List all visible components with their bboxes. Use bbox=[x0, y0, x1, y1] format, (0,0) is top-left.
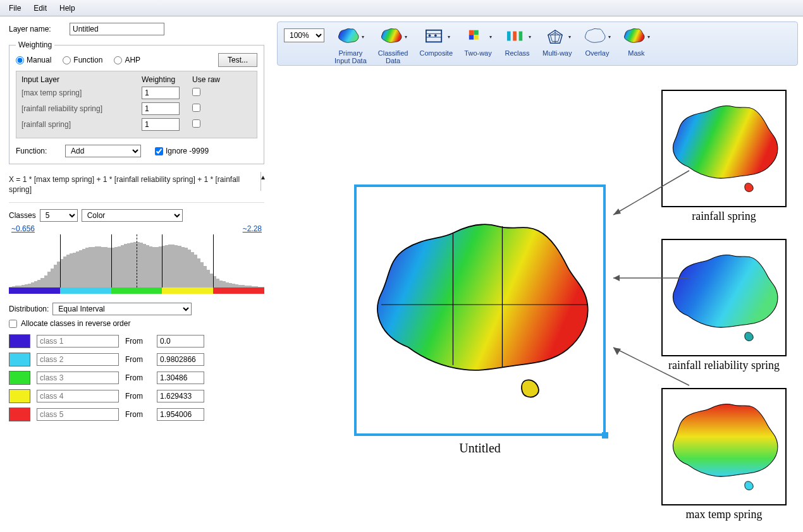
toolbar-mask[interactable]: ▾Mask bbox=[622, 26, 650, 57]
resize-handle-icon[interactable] bbox=[602, 432, 608, 438]
scroll-arrow-icon[interactable]: ▴ bbox=[261, 172, 267, 191]
svg-marker-22 bbox=[613, 275, 620, 281]
colorbar bbox=[9, 287, 264, 294]
hdr-weighting: Weighting bbox=[142, 75, 192, 84]
dropdown-arrow-icon: ▾ bbox=[362, 34, 364, 40]
dropdown-arrow-icon: ▾ bbox=[405, 34, 407, 40]
toolbar-icon bbox=[543, 28, 567, 45]
weight-input[interactable] bbox=[142, 102, 180, 115]
radio-manual[interactable]: Manual bbox=[16, 56, 51, 64]
layer-row: [rainfall spring] bbox=[21, 118, 252, 131]
layer-name-cell: [rainfall spring] bbox=[21, 120, 142, 129]
toolbar-icon bbox=[622, 28, 646, 45]
toolbar-icon bbox=[379, 28, 403, 45]
svg-rect-10 bbox=[513, 32, 517, 41]
layer-name-input[interactable] bbox=[70, 23, 164, 35]
classes-count-select[interactable]: 5 bbox=[40, 209, 78, 222]
class-from-input[interactable] bbox=[157, 372, 204, 384]
histogram[interactable] bbox=[9, 234, 264, 300]
svg-line-19 bbox=[613, 171, 689, 215]
class-name-input[interactable] bbox=[37, 372, 119, 384]
input-layer-table: Input Layer Weighting Use raw [max temp … bbox=[16, 71, 257, 138]
map-canvas[interactable]: Untitled rainfall spring rainfall reliab… bbox=[272, 70, 803, 532]
use-raw-checkbox[interactable] bbox=[192, 88, 200, 96]
svg-rect-9 bbox=[507, 32, 511, 41]
thumb-label: max temp spring bbox=[645, 508, 803, 521]
svg-marker-24 bbox=[613, 348, 621, 355]
toolbar-icon bbox=[583, 28, 607, 45]
svg-rect-0 bbox=[426, 30, 441, 42]
weight-input[interactable] bbox=[142, 118, 180, 131]
australia-map-icon bbox=[357, 187, 603, 433]
class-name-input[interactable] bbox=[37, 353, 119, 366]
weighting-legend: Weighting bbox=[16, 40, 54, 49]
class-from-input[interactable] bbox=[157, 335, 204, 348]
toolbar-classified[interactable]: ▾ClassifiedData bbox=[378, 26, 408, 64]
toolbar-primary[interactable]: ▾PrimaryInput Data bbox=[334, 26, 367, 64]
menu-help[interactable]: Help bbox=[54, 2, 80, 15]
zoom-select[interactable]: 100% bbox=[284, 28, 324, 42]
class-row: From bbox=[9, 408, 264, 421]
from-label: From bbox=[125, 410, 150, 419]
class-from-input[interactable] bbox=[157, 408, 204, 421]
layer-name-cell: [rainfall reliability spring] bbox=[21, 104, 142, 113]
class-row: From bbox=[9, 334, 264, 348]
classes-label: Classes bbox=[9, 211, 36, 220]
use-raw-checkbox[interactable] bbox=[192, 104, 200, 112]
toolbar-icon bbox=[336, 28, 360, 45]
toolbar-caption: ClassifiedData bbox=[378, 49, 408, 64]
layer-row: [rainfall reliability spring] bbox=[21, 102, 252, 115]
class-color-swatch[interactable] bbox=[9, 353, 30, 366]
from-label: From bbox=[125, 373, 150, 382]
reverse-order-checkbox[interactable]: Allocate classes in reverse order bbox=[9, 319, 264, 328]
radio-function[interactable]: Function bbox=[63, 56, 102, 64]
weight-input[interactable] bbox=[142, 87, 180, 99]
arrow-icon bbox=[607, 303, 677, 305]
layer-row: [max temp spring] bbox=[21, 87, 252, 99]
dropdown-arrow-icon: ▾ bbox=[489, 34, 492, 40]
distribution-select[interactable]: Equal Interval bbox=[52, 303, 192, 315]
hdr-use-raw: Use raw bbox=[192, 75, 236, 84]
toolbar-overlay[interactable]: ▾Overlay bbox=[583, 26, 611, 57]
ignore-checkbox[interactable]: Ignore -9999 bbox=[155, 147, 209, 155]
menu-edit[interactable]: Edit bbox=[28, 2, 52, 15]
svg-rect-7 bbox=[469, 35, 474, 39]
menu-file[interactable]: File bbox=[4, 2, 26, 15]
svg-rect-6 bbox=[474, 30, 478, 35]
radio-ahp[interactable]: AHP bbox=[114, 56, 140, 64]
toolbar-reclass[interactable]: ▾Reclass bbox=[503, 26, 531, 57]
main-map-label: Untitled bbox=[354, 441, 606, 456]
class-color-swatch[interactable] bbox=[9, 408, 30, 421]
function-select[interactable]: Add bbox=[65, 145, 141, 157]
toolbar-icon bbox=[422, 28, 446, 45]
class-color-swatch[interactable] bbox=[9, 371, 30, 385]
class-row: From bbox=[9, 371, 264, 385]
dropdown-arrow-icon: ▾ bbox=[448, 34, 450, 40]
toolbar-two-way[interactable]: ▾Two-way bbox=[464, 26, 492, 57]
toolbar-caption: Overlay bbox=[585, 49, 610, 57]
weighting-group: Weighting Manual Function AHP Test... In… bbox=[9, 40, 264, 164]
test-button[interactable]: Test... bbox=[218, 53, 257, 67]
svg-rect-11 bbox=[519, 32, 523, 41]
svg-point-3 bbox=[428, 34, 431, 37]
dropdown-arrow-icon: ▾ bbox=[608, 34, 611, 40]
dropdown-arrow-icon: ▾ bbox=[529, 34, 531, 40]
toolbar-caption: Mask bbox=[628, 49, 644, 57]
arrow-icon bbox=[607, 385, 677, 387]
class-name-input[interactable] bbox=[37, 335, 119, 348]
toolbar-composite[interactable]: ▾Composite bbox=[419, 26, 453, 57]
hdr-input-layer: Input Layer bbox=[21, 75, 142, 84]
toolbar-multi-way[interactable]: ▾Multi-way bbox=[542, 26, 572, 57]
color-scheme-select[interactable]: Color bbox=[82, 209, 183, 222]
toolbar-caption: Two-way bbox=[464, 49, 491, 57]
dropdown-arrow-icon: ▾ bbox=[568, 34, 571, 40]
class-color-swatch[interactable] bbox=[9, 334, 30, 348]
class-color-swatch[interactable] bbox=[9, 389, 30, 403]
main-map-frame[interactable] bbox=[354, 184, 606, 436]
use-raw-checkbox[interactable] bbox=[192, 119, 200, 128]
class-name-input[interactable] bbox=[37, 390, 119, 402]
classes-list: FromFromFromFromFrom bbox=[9, 334, 264, 421]
class-from-input[interactable] bbox=[157, 390, 204, 402]
class-name-input[interactable] bbox=[37, 408, 119, 421]
class-from-input[interactable] bbox=[157, 353, 204, 366]
